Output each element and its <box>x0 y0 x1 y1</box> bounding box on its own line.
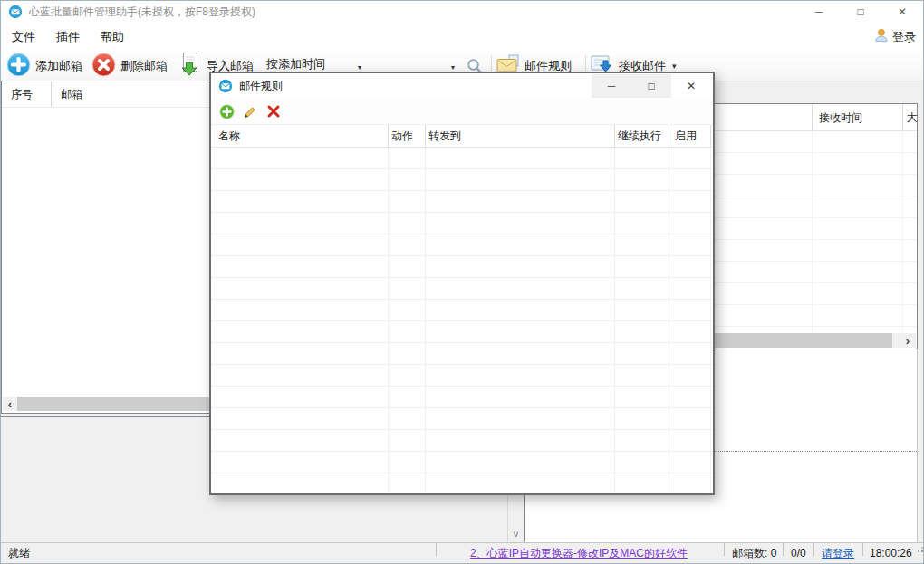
chevron-down-icon: ▾ <box>451 63 455 72</box>
rule-edit-button[interactable] <box>243 104 258 119</box>
dialog-title: 邮件规则 <box>239 79 283 94</box>
column-divider[interactable] <box>812 104 813 130</box>
clock: 18:00:26 <box>870 543 912 563</box>
column-header-action[interactable]: 动作 <box>391 125 413 148</box>
dialog-toolbar <box>211 99 713 124</box>
column-header-enabled[interactable]: 启用 <box>675 125 697 148</box>
status-text: 就绪 <box>8 543 30 563</box>
delete-icon <box>91 53 116 80</box>
column-divider[interactable] <box>710 125 711 147</box>
delete-mailbox-button[interactable]: 删除邮箱 <box>91 53 168 80</box>
maximize-button[interactable]: □ <box>840 1 881 23</box>
column-divider <box>710 148 711 493</box>
statusbar-separator <box>436 543 437 556</box>
add-mailbox-button[interactable]: 添加邮箱 <box>6 53 82 80</box>
close-button[interactable]: ✕ <box>881 1 923 23</box>
delete-mailbox-label: 删除邮箱 <box>120 58 168 74</box>
rule-add-button[interactable] <box>219 104 235 119</box>
chevron-down-icon: ▾ <box>358 63 361 72</box>
dialog-mail-icon <box>218 79 233 93</box>
column-divider[interactable] <box>669 125 669 147</box>
login-button-label: 登录 <box>892 29 916 45</box>
column-divider <box>388 148 389 493</box>
dialog-title-bar: 邮件规则 ─ □ ✕ <box>211 73 713 99</box>
window-title: 心蓝批量邮件管理助手(未授权，按F8登录授权) <box>29 5 255 20</box>
status-bar: 就绪 2、心蓝IP自动更换器-修改IP及MAC的好软件 邮箱数: 0 0/0 请… <box>1 542 923 563</box>
column-divider[interactable] <box>388 125 389 147</box>
column-divider <box>812 131 813 332</box>
column-header-continue[interactable]: 继续执行 <box>618 125 661 148</box>
login-button[interactable]: 登录 <box>874 23 916 51</box>
column-header-receive-time[interactable]: 接收时间 <box>819 104 862 131</box>
column-divider[interactable] <box>614 125 615 147</box>
column-divider[interactable] <box>902 104 903 130</box>
menu-file[interactable]: 文件 <box>2 23 45 51</box>
menu-help[interactable]: 帮助 <box>91 23 134 51</box>
sort-order-value: 按添加时间 <box>266 56 325 72</box>
mailbox-count: 邮箱数: 0 <box>732 543 776 563</box>
scroll-down-button[interactable]: ˅ <box>508 530 524 540</box>
column-divider <box>902 131 903 332</box>
dialog-minimize-button[interactable]: ─ <box>592 74 631 98</box>
chevron-down-icon[interactable]: ▾ <box>672 62 677 71</box>
progress-counter: 0/0 <box>791 543 806 563</box>
scroll-left-button[interactable]: ‹ <box>3 397 17 411</box>
mail-rules-dialog: 邮件规则 ─ □ ✕ <box>209 72 715 495</box>
hscroll-thumb[interactable] <box>17 397 213 411</box>
column-header-size[interactable]: 大 <box>907 104 918 131</box>
dialog-window-controls: ─ □ ✕ <box>592 74 711 98</box>
import-icon <box>177 52 202 80</box>
column-header-index[interactable]: 序号 <box>2 81 52 107</box>
rule-delete-button[interactable] <box>266 104 281 119</box>
window-controls: ─ □ ✕ <box>798 1 923 23</box>
dialog-close-button[interactable]: ✕ <box>671 74 711 98</box>
statusbar-separator <box>862 543 863 556</box>
app-logo-icon <box>8 5 23 19</box>
rules-table-header: 名称 动作 转发到 继续执行 启用 <box>211 124 713 148</box>
menu-bar: 文件 插件 帮助 登录 <box>1 23 923 51</box>
column-header-forward-to[interactable]: 转发到 <box>428 125 461 148</box>
column-header-mailbox[interactable]: 邮箱 <box>52 81 82 107</box>
promo-link[interactable]: 2、心蓝IP自动更换器-修改IP及MAC的好软件 <box>470 543 688 563</box>
statusbar-separator <box>783 543 784 556</box>
title-bar: 心蓝批量邮件管理助手(未授权，按F8登录授权) ─ □ ✕ <box>1 1 923 23</box>
user-icon <box>874 28 889 45</box>
rules-table-body[interactable] <box>211 148 713 493</box>
column-divider <box>614 148 615 493</box>
column-divider <box>669 148 669 493</box>
statusbar-separator <box>724 543 725 556</box>
scroll-right-button[interactable]: › <box>900 333 915 348</box>
column-divider <box>425 148 426 493</box>
menu-plugins[interactable]: 插件 <box>46 23 90 51</box>
column-divider[interactable] <box>425 125 426 147</box>
dialog-maximize-button[interactable]: □ <box>631 74 671 98</box>
column-header-rule-name[interactable]: 名称 <box>218 125 240 148</box>
minimize-button[interactable]: ─ <box>798 1 840 23</box>
resize-grip[interactable] <box>918 543 919 545</box>
statusbar-separator <box>813 543 814 556</box>
status-login-link[interactable]: 请登录 <box>822 543 854 563</box>
add-mailbox-label: 添加邮箱 <box>35 58 82 74</box>
app-window: 心蓝批量邮件管理助手(未授权，按F8登录授权) ─ □ ✕ 文件 插件 帮助 登… <box>0 0 924 564</box>
add-icon <box>6 53 31 80</box>
